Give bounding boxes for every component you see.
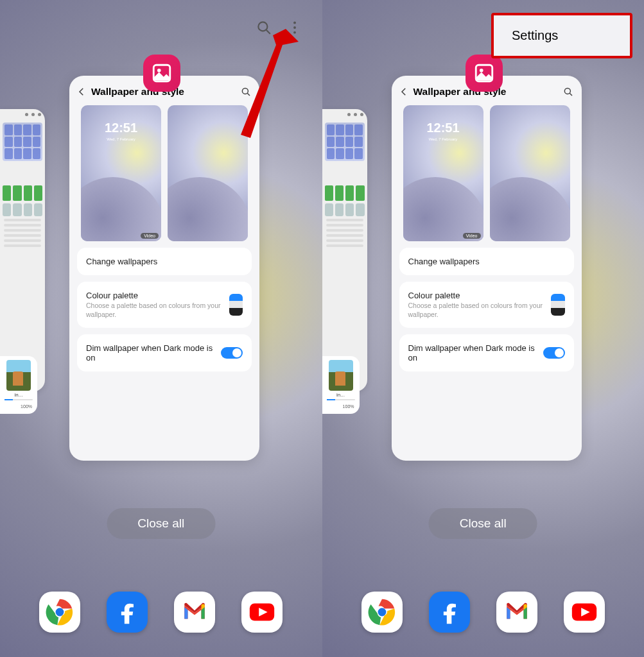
lockscreen-preview[interactable]: 12:51 Wed, 7 February Video (403, 105, 483, 241)
facebook-icon[interactable] (107, 592, 148, 633)
colour-palette[interactable]: Colour palette Choose a palette based on… (399, 282, 574, 328)
dock (322, 592, 645, 633)
svg-line-1 (266, 30, 270, 34)
change-wallpapers[interactable]: Change wallpapers (399, 248, 574, 275)
app-icon-gallery[interactable] (143, 55, 180, 92)
chrome-icon[interactable] (361, 592, 403, 633)
svg-point-7 (157, 69, 161, 73)
close-all-label: Close all (460, 516, 507, 530)
homescreen-preview[interactable] (168, 105, 248, 241)
lockscreen-preview[interactable]: 12:51 Wed, 7 February Video (81, 105, 161, 241)
recents-screen-left: in... 100% Wallpaper and style 12:51 Wed… (0, 0, 322, 657)
wallpaper-card[interactable]: Wallpaper and style 12:51 Wed, 7 Februar… (392, 76, 582, 461)
youtube-icon[interactable] (241, 592, 283, 633)
top-toolbar (256, 19, 303, 38)
wallpaper-previews: 12:51 Wed, 7 February Video (392, 105, 582, 241)
palette-swatch (551, 294, 564, 316)
svg-point-3 (293, 26, 296, 29)
lock-date: Wed, 7 February (81, 137, 161, 141)
palette-swatch (229, 294, 243, 316)
gmail-icon[interactable] (496, 592, 537, 633)
svg-point-0 (258, 22, 267, 31)
video-badge: Video (463, 233, 481, 239)
filename-label: in... (325, 392, 357, 398)
svg-line-9 (247, 93, 250, 96)
app-icon-gallery[interactable] (466, 55, 503, 92)
svg-point-4 (293, 31, 296, 34)
facebook-icon[interactable] (429, 592, 470, 633)
svg-point-16 (479, 69, 483, 73)
card-search-icon[interactable] (562, 86, 574, 98)
peek-card-left[interactable] (0, 109, 45, 391)
settings-menu-item[interactable]: Settings (491, 13, 632, 58)
recents-screen-right: Settings in... 100% Wallpaper and style (322, 0, 645, 657)
colour-palette[interactable]: Colour palette Choose a palette based on… (77, 282, 252, 328)
dim-toggle[interactable] (221, 347, 243, 359)
back-icon[interactable] (76, 86, 87, 98)
chrome-icon[interactable] (39, 592, 80, 633)
svg-line-18 (570, 93, 572, 96)
back-icon[interactable] (398, 86, 410, 98)
change-wallpapers[interactable]: Change wallpapers (77, 248, 252, 275)
lock-time: 12:51 (403, 121, 483, 135)
photo-thumb (6, 360, 31, 391)
colour-palette-title: Colour palette (86, 291, 223, 300)
gmail-icon[interactable] (174, 592, 215, 633)
photo-thumb (329, 360, 353, 391)
change-wallpapers-label: Change wallpapers (86, 257, 243, 266)
lock-time: 12:51 (81, 121, 161, 135)
close-all-label: Close all (137, 516, 184, 530)
close-all-button[interactable]: Close all (107, 508, 215, 539)
svg-point-17 (564, 88, 570, 94)
dim-toggle[interactable] (543, 347, 565, 359)
homescreen-preview[interactable] (490, 105, 570, 241)
peek-card-left[interactable] (322, 109, 367, 391)
change-wallpapers-label: Change wallpapers (408, 257, 565, 266)
download-peek[interactable]: in... 100% (0, 356, 37, 414)
close-all-button[interactable]: Close all (429, 508, 537, 539)
wallpaper-card[interactable]: Wallpaper and style 12:51 Wed, 7 Februar… (69, 76, 259, 461)
youtube-icon[interactable] (564, 592, 605, 633)
more-options-icon[interactable] (286, 19, 303, 38)
dim-label: Dim wallpaper when Dark mode is on (86, 343, 214, 363)
video-badge: Video (141, 233, 159, 239)
download-peek[interactable]: in... 100% (322, 356, 360, 414)
dim-wallpaper[interactable]: Dim wallpaper when Dark mode is on (399, 334, 574, 371)
card-search-icon[interactable] (240, 86, 252, 98)
colour-palette-sub: Choose a palette based on colours from y… (86, 302, 223, 319)
wallpaper-previews: 12:51 Wed, 7 February Video (69, 105, 259, 241)
svg-point-8 (242, 88, 248, 94)
lock-date: Wed, 7 February (403, 137, 483, 141)
colour-palette-sub: Choose a palette based on colours from y… (408, 302, 545, 319)
colour-palette-title: Colour palette (408, 291, 545, 300)
dim-wallpaper[interactable]: Dim wallpaper when Dark mode is on (77, 334, 252, 371)
dock (0, 592, 322, 633)
filename-label: in... (3, 392, 35, 398)
dim-label: Dim wallpaper when Dark mode is on (408, 343, 537, 363)
percent-label: 100% (3, 404, 35, 409)
svg-point-2 (293, 21, 296, 24)
search-icon[interactable] (256, 19, 272, 38)
settings-label: Settings (512, 28, 558, 42)
percent-label: 100% (325, 404, 357, 409)
